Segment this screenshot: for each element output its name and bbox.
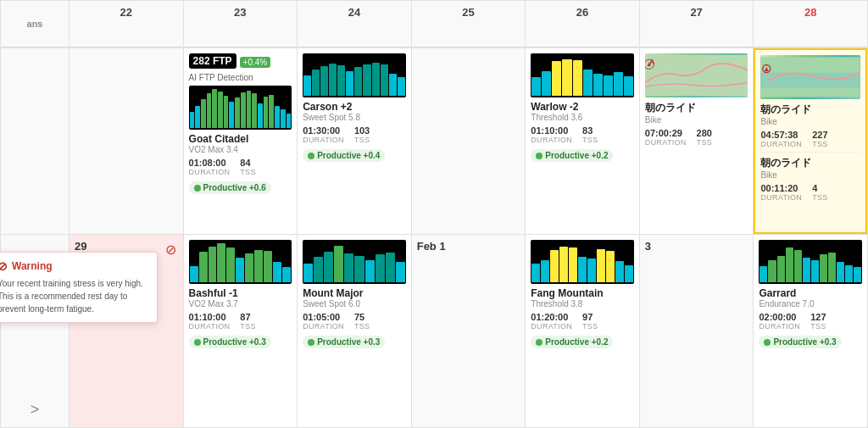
tss-label-27: TSS xyxy=(697,138,712,147)
duration-value-30: 01:10:00 xyxy=(189,312,231,322)
tss-value-26: 83 xyxy=(582,125,598,136)
map-thumbnail-27: A ▲ xyxy=(645,53,748,97)
duration-label-28: DURATION xyxy=(760,140,802,148)
week-col-header: ans xyxy=(1,1,69,47)
workout-stats-4: 02:00:00 DURATION 127 TSS xyxy=(759,312,862,331)
productive-badge-24: Productive +0.4 xyxy=(303,149,385,162)
tss-label-31: TSS xyxy=(354,322,370,331)
duration-value-28b: 00:11:20 xyxy=(760,183,802,193)
workout-title-28: 朝のライド xyxy=(760,103,860,117)
day-22 xyxy=(70,48,183,234)
workout-subtitle-2: Threshold 3.8 xyxy=(531,299,634,308)
day-31: Mount Major Sweet Spot 6.0 01:05:00 DURA… xyxy=(298,235,411,427)
workout-chart-24 xyxy=(303,53,406,97)
workout-stats-28b: 00:11:20 DURATION 4 TSS xyxy=(760,183,860,202)
workout-subtitle-28b: Bike xyxy=(760,170,860,180)
col-header-25: 25 xyxy=(412,1,526,47)
workout-subtitle-31: Sweet Spot 6.0 xyxy=(303,299,406,308)
tss-label-28b: TSS xyxy=(812,193,827,202)
tss-value-2: 97 xyxy=(582,312,598,322)
duration-label-24: DURATION xyxy=(303,136,344,144)
workout-stats-27: 07:00:29 DURATION 280 TSS xyxy=(645,128,748,147)
workout-stats-24: 01:30:00 DURATION 103 TSS xyxy=(303,125,406,144)
workout-title-31: Mount Major xyxy=(303,287,406,299)
tss-label-26: TSS xyxy=(582,136,598,144)
day-30: Bashful -1 VO2 Max 3.7 01:10:00 DURATION… xyxy=(184,235,298,427)
productive-dot-30 xyxy=(194,339,201,346)
productive-badge-31: Productive +0.3 xyxy=(303,336,385,348)
week-label-row2: ⊘ Warning Your recent training stress is… xyxy=(1,235,69,427)
calendar-grid: ans 22 23 24 25 26 27 28 282 FTP +0.4% A… xyxy=(0,0,868,428)
workout-subtitle-4: Endurance 7.0 xyxy=(759,299,862,308)
workout-title-23: Goat Citadel xyxy=(189,133,292,145)
productive-badge-4: Productive +0.3 xyxy=(759,336,841,348)
duration-label-4: DURATION xyxy=(759,322,800,331)
workout-title-30: Bashful -1 xyxy=(189,287,292,299)
day-29-number: 29 xyxy=(75,240,178,253)
tss-label-2: TSS xyxy=(582,322,598,331)
productive-dot-26 xyxy=(536,153,542,159)
tss-value-28: 227 xyxy=(812,130,827,140)
ftp-label: AI FTP Detection xyxy=(189,73,292,82)
duration-label-28b: DURATION xyxy=(760,193,802,202)
day-feb1-number: Feb 1 xyxy=(417,240,520,253)
workout-title-28b: 朝のライド xyxy=(760,156,860,170)
week-label: ans xyxy=(27,19,43,29)
workout-stats-30: 01:10:00 DURATION 87 TSS xyxy=(189,312,292,331)
workout-subtitle-26: Threshold 3.6 xyxy=(531,113,634,122)
ftp-value: 282 FTP xyxy=(189,53,236,69)
day-24: Carson +2 Sweet Spot 5.8 01:30:00 DURATI… xyxy=(298,48,411,234)
tss-value-4: 127 xyxy=(810,312,826,322)
col-header-28: 28 xyxy=(754,1,867,47)
map-thumbnail-28: ▲ xyxy=(760,55,860,99)
tss-value-23: 84 xyxy=(240,158,255,168)
productive-badge-30: Productive +0.3 xyxy=(189,336,271,348)
col-header-22: 22 xyxy=(70,1,183,47)
duration-label-26: DURATION xyxy=(531,136,572,144)
day-25 xyxy=(412,48,526,234)
day-feb1: Feb 1 xyxy=(412,235,526,427)
tss-value-27: 280 xyxy=(697,128,712,138)
second-workout-28: 朝のライド Bike 00:11:20 DURATION 4 TSS xyxy=(760,152,860,202)
workout-subtitle-27: Bike xyxy=(645,115,748,125)
productive-dot-2 xyxy=(536,339,542,346)
workout-chart-23 xyxy=(189,86,292,130)
workout-stats-28: 04:57:38 DURATION 227 TSS xyxy=(760,130,860,148)
tss-value-28b: 4 xyxy=(812,183,827,193)
tss-label-23: TSS xyxy=(240,168,255,176)
col-header-27: 27 xyxy=(640,1,754,47)
workout-subtitle-28: Bike xyxy=(760,117,860,126)
workout-chart-30 xyxy=(189,240,292,284)
day-4: Garrard Endurance 7.0 02:00:00 DURATION … xyxy=(754,235,867,427)
nav-arrow-button[interactable]: > xyxy=(27,397,43,422)
workout-chart-2 xyxy=(531,240,634,284)
duration-value-27: 07:00:29 xyxy=(645,128,687,138)
duration-value-2: 01:20:00 xyxy=(531,312,572,322)
day-3-number: 3 xyxy=(645,240,748,253)
day-28: ⚠ ▲ 朝のライド Bike 04:57:38 DURATION 227 T xyxy=(754,48,867,234)
ftp-change-badge: +0.4% xyxy=(240,57,271,68)
tss-value-31: 75 xyxy=(354,312,370,322)
duration-label-2: DURATION xyxy=(531,322,572,331)
workout-chart-31 xyxy=(303,240,406,284)
workout-subtitle-30: VO2 Max 3.7 xyxy=(189,299,292,308)
productive-dot-31 xyxy=(308,339,314,346)
duration-value-4: 02:00:00 xyxy=(759,312,800,322)
workout-title-26: Warlow -2 xyxy=(531,101,634,113)
tss-label-24: TSS xyxy=(354,136,370,144)
day-23: 282 FTP +0.4% AI FTP Detection xyxy=(184,48,298,234)
productive-dot-24 xyxy=(308,153,314,159)
warning-icon: ⊘ xyxy=(0,259,8,273)
workout-stats-23: 01:08:00 DURATION 84 TSS xyxy=(189,158,292,176)
day-27: A ▲ 朝のライド Bike 07:00:29 DURATION 280 TSS xyxy=(640,48,754,234)
duration-value-24: 01:30:00 xyxy=(303,125,344,136)
workout-title-27: 朝のライド xyxy=(645,101,748,115)
col-header-26: 26 xyxy=(526,1,639,47)
week-label-row1 xyxy=(1,48,69,234)
col-header-24: 24 xyxy=(298,1,411,47)
duration-value-31: 01:05:00 xyxy=(303,312,344,322)
tss-label-4: TSS xyxy=(810,322,826,331)
duration-value-26: 01:10:00 xyxy=(531,125,572,136)
productive-badge-23: Productive +0.6 xyxy=(189,181,271,194)
day-2: Fang Mountain Threshold 3.8 01:20:00 DUR… xyxy=(526,235,639,427)
